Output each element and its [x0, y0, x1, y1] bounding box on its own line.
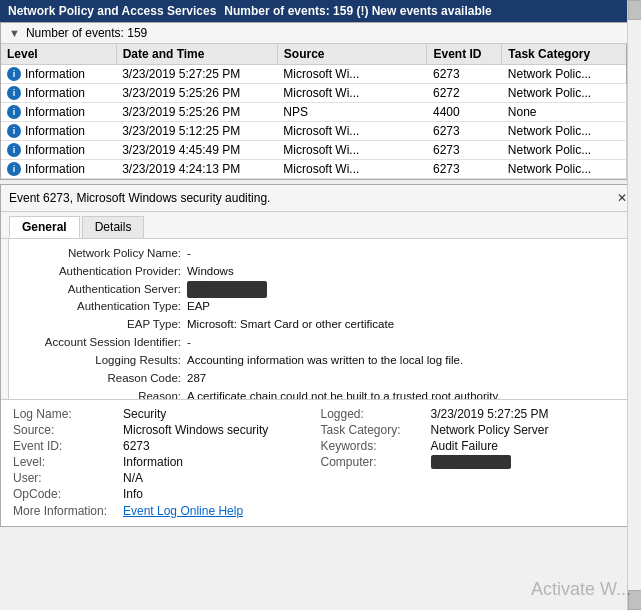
prop-row: Authentication Server: DC1 [17, 281, 632, 299]
more-info-link[interactable]: Event Log Online Help [123, 504, 243, 518]
prop-label: Authentication Type: [17, 298, 187, 316]
cell-taskcategory: Network Polic... [502, 160, 640, 179]
detail-scroll-thumb-top[interactable] [628, 0, 641, 20]
meta-label: Source: [13, 423, 123, 437]
meta-left-col: Log Name: Security Source: Microsoft Win… [13, 406, 321, 502]
prop-label: EAP Type: [17, 316, 187, 334]
meta-row: Task Category: Network Policy Server [321, 422, 629, 438]
col-header-datetime[interactable]: Date and Time [116, 44, 277, 65]
meta-section: Log Name: Security Source: Microsoft Win… [1, 399, 640, 526]
detail-scroll-thumb-bot[interactable] [628, 590, 641, 610]
meta-label: Keywords: [321, 439, 431, 453]
meta-value: Information [123, 455, 183, 469]
table-row[interactable]: i Information 3/23/2019 4:24:13 PM Micro… [1, 160, 640, 179]
meta-label: Event ID: [13, 439, 123, 453]
cell-source: Microsoft Wi... [277, 160, 427, 179]
detail-scrollbar[interactable] [627, 0, 641, 610]
meta-value: Network Policy Server [431, 423, 549, 437]
prop-value: - [187, 245, 191, 263]
dialog-tabs: General Details [1, 212, 640, 239]
prop-row: EAP Type: Microsoft: Smart Card or other… [17, 316, 632, 334]
cell-datetime: 3/23/2019 5:12:25 PM [116, 122, 277, 141]
col-header-taskcategory[interactable]: Task Category [502, 44, 640, 65]
level-text: Information [25, 67, 85, 81]
meta-row: OpCode: Info [13, 486, 321, 502]
cell-eventid: 6272 [427, 84, 502, 103]
info-icon: i [7, 124, 21, 138]
cell-datetime: 3/23/2019 4:45:49 PM [116, 141, 277, 160]
prop-value: A certificate chain could not be built t… [187, 388, 501, 400]
events-count-label: Number of events: 159 (!) New events ava… [224, 4, 491, 18]
cell-level: i Information [1, 65, 116, 84]
title-bar: Network Policy and Access Services Numbe… [0, 0, 641, 22]
more-info-row: More Information: Event Log Online Help [13, 502, 628, 520]
prop-label: Authentication Provider: [17, 263, 187, 281]
detail-content-area: Network Policy Name: - Authentication Pr… [1, 239, 640, 399]
detail-border [1, 239, 9, 399]
event-list-panel: ▼ Number of events: 159 Level Date and T… [0, 22, 641, 180]
meta-row: Source: Microsoft Windows security [13, 422, 321, 438]
meta-row: User: N/A [13, 470, 321, 486]
prop-label: Reason Code: [17, 370, 187, 388]
filter-label: Number of events: 159 [26, 26, 147, 40]
level-text: Information [25, 86, 85, 100]
cell-source: Microsoft Wi... [277, 141, 427, 160]
table-row[interactable]: i Information 3/23/2019 5:25:26 PM Micro… [1, 84, 640, 103]
cell-taskcategory: Network Polic... [502, 141, 640, 160]
meta-value: Security [123, 407, 166, 421]
level-text: Information [25, 105, 85, 119]
prop-row: Account Session Identifier: - [17, 334, 632, 352]
prop-value: EAP [187, 298, 210, 316]
tab-details[interactable]: Details [82, 216, 145, 238]
cell-datetime: 3/23/2019 5:27:25 PM [116, 65, 277, 84]
tab-general[interactable]: General [9, 216, 80, 238]
cell-eventid: 6273 [427, 160, 502, 179]
meta-value: DC1 [431, 455, 511, 469]
meta-grid: Log Name: Security Source: Microsoft Win… [13, 406, 628, 502]
prop-value: - [187, 334, 191, 352]
event-list-container: Level Date and Time Source Event ID Task… [1, 44, 640, 179]
event-dialog: Event 6273, Microsoft Windows security a… [0, 184, 641, 527]
prop-value-redacted: DC1 [187, 281, 267, 299]
table-row[interactable]: i Information 3/23/2019 5:12:25 PM Micro… [1, 122, 640, 141]
prop-value: 287 [187, 370, 206, 388]
meta-value: 3/23/2019 5:27:25 PM [431, 407, 549, 421]
cell-source: Microsoft Wi... [277, 65, 427, 84]
table-row[interactable]: i Information 3/23/2019 4:45:49 PM Micro… [1, 141, 640, 160]
col-header-eventid[interactable]: Event ID [427, 44, 502, 65]
cell-level: i Information [1, 160, 116, 179]
event-table: Level Date and Time Source Event ID Task… [1, 44, 640, 179]
cell-level: i Information [1, 103, 116, 122]
col-header-source[interactable]: Source [277, 44, 427, 65]
level-text: Information [25, 124, 85, 138]
cell-datetime: 3/23/2019 5:25:26 PM [116, 84, 277, 103]
info-icon: i [7, 86, 21, 100]
meta-label: Computer: [321, 455, 431, 469]
prop-label: Account Session Identifier: [17, 334, 187, 352]
cell-eventid: 6273 [427, 141, 502, 160]
cell-datetime: 3/23/2019 5:25:26 PM [116, 103, 277, 122]
col-header-level[interactable]: Level [1, 44, 116, 65]
cell-taskcategory: Network Polic... [502, 65, 640, 84]
filter-icon: ▼ [9, 27, 20, 39]
cell-level: i Information [1, 141, 116, 160]
meta-label: Level: [13, 455, 123, 469]
meta-value: Audit Failure [431, 439, 498, 453]
filter-bar: ▼ Number of events: 159 [1, 23, 640, 44]
prop-row: Logging Results: Accounting information … [17, 352, 632, 370]
prop-value: Accounting information was written to th… [187, 352, 463, 370]
cell-taskcategory: None [502, 103, 640, 122]
table-row[interactable]: i Information 3/23/2019 5:27:25 PM Micro… [1, 65, 640, 84]
activate-watermark: Activate W... [531, 579, 631, 600]
table-row[interactable]: i Information 3/23/2019 5:25:26 PM NPS 4… [1, 103, 640, 122]
prop-label: Reason: [17, 388, 187, 400]
prop-value: Windows [187, 263, 234, 281]
level-text: Information [25, 143, 85, 157]
dialog-title: Event 6273, Microsoft Windows security a… [9, 191, 270, 205]
prop-label: Logging Results: [17, 352, 187, 370]
cell-level: i Information [1, 122, 116, 141]
meta-value: N/A [123, 471, 143, 485]
cell-eventid: 6273 [427, 65, 502, 84]
meta-row: Log Name: Security [13, 406, 321, 422]
meta-label: Log Name: [13, 407, 123, 421]
